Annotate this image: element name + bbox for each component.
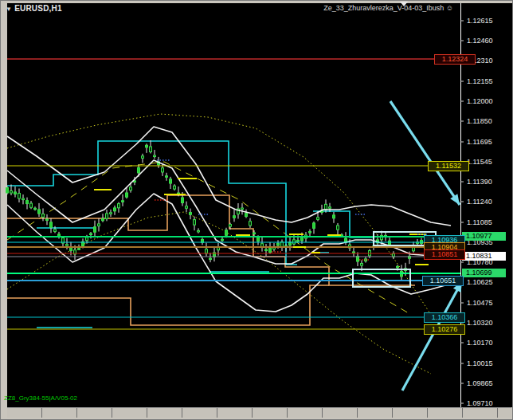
indicator-bottom-label: ZZ8_Gry384-55|A/V05-02 — [4, 394, 77, 402]
indicator-name-label: Ze_33_Zhuravlerezka_V-04-03_Ibush ☺ — [323, 4, 453, 12]
axis-tick-label: 1.10170 — [467, 339, 493, 347]
chart-plot-area[interactable] — [7, 3, 460, 407]
symbol-title: ▼EURUSD,H1 — [6, 4, 62, 13]
axis-tick-label: 1.12000 — [467, 97, 493, 105]
axis-tick-label: 1.09865 — [467, 379, 493, 387]
axis-tick-label: 1.11085 — [467, 218, 492, 226]
axis-tick-label: 1.11695 — [467, 138, 492, 146]
axis-price-tag: 1.10977 — [462, 232, 506, 241]
chart-window: 1.126151.124601.123101.121551.120001.118… — [0, 0, 513, 420]
symbol-text: EURUSD,H1 — [14, 4, 62, 13]
axis-tick-label: 1.12615 — [467, 17, 493, 25]
level-price-label-1.10851[interactable]: 1.10851 — [424, 249, 465, 260]
symbol-dropdown-icon[interactable]: ▼ — [6, 6, 12, 13]
axis-tick-label: 1.11850 — [467, 117, 492, 125]
chart-shift-marker-icon[interactable] — [400, 2, 408, 6]
axis-tick-label: 1.10320 — [467, 319, 493, 327]
axis-tick-label: 1.10475 — [467, 299, 493, 307]
level-price-label-1.12324[interactable]: 1.12324 — [434, 54, 476, 65]
level-price-label-1.10366[interactable]: 1.10366 — [424, 312, 465, 323]
time-axis[interactable] — [7, 407, 511, 418]
axis-tick-label: 1.10625 — [467, 278, 493, 286]
level-price-label-1.10276[interactable]: 1.10276 — [424, 324, 465, 335]
axis-tick-label: 1.12460 — [467, 37, 493, 45]
level-price-label-1.10651[interactable]: 1.10651 — [422, 276, 464, 286]
axis-tick-label: 1.12155 — [467, 77, 493, 85]
axis-price-tag: 1.10831 — [462, 252, 506, 261]
axis-tick-label: 1.11545 — [467, 158, 492, 166]
level-price-label-1.11532[interactable]: 1.11532 — [428, 161, 469, 171]
axis-tick-label: 1.10015 — [467, 359, 493, 367]
axis-tick-label: 1.09710 — [467, 399, 493, 407]
axis-tick-label: 1.11240 — [467, 198, 492, 206]
axis-price-tag: 1.10699 — [462, 269, 506, 277]
axis-tick-label: 1.11390 — [467, 178, 492, 186]
